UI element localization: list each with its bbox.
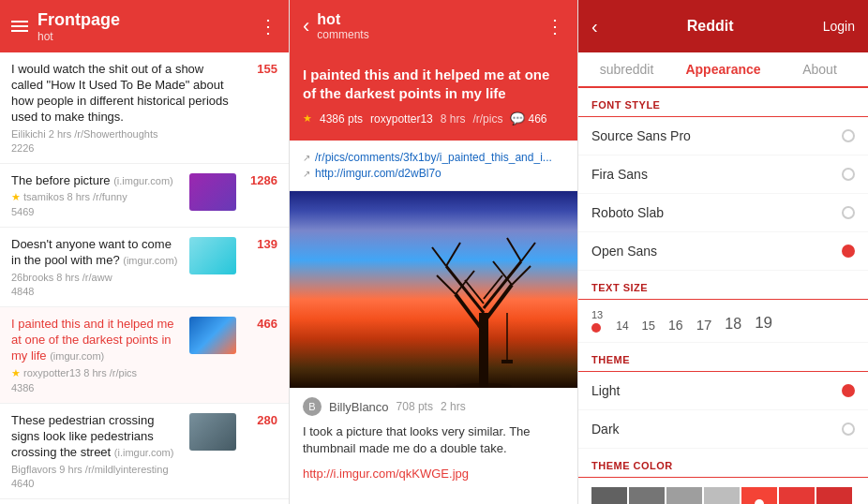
text-size-15[interactable]: 15 [642,319,655,333]
list-item-content: I would watch the shit out of a show cal… [11,62,236,154]
text-size-numbers: 13 14 15 16 17 18 19 [591,309,855,333]
svg-line-12 [507,238,521,261]
comment-author-name: BillyBlanco [329,400,389,414]
color-swatch-0[interactable] [591,487,627,504]
list-item-score: 1286 [244,173,277,187]
mid-header-title: hot [317,11,546,28]
color-swatch-4[interactable] [741,487,777,504]
list-item-content: These pedestrian crossing signs look lik… [11,413,182,489]
theme-dark-label: Dark [591,422,620,437]
mid-links: ↗ /r/pics/comments/3fx1by/i_painted_this… [290,141,577,191]
external-link-icon: ↗ [303,169,310,179]
list-item-meta: Bigflavors 9 hrs /r/mildlyinteresting [11,464,182,475]
svg-line-5 [437,275,456,294]
list-item-meta: ★ tsamikos 8 hrs /r/funny [11,191,182,203]
comment-bubble-icon: 💬 [510,111,525,126]
font-option-3[interactable]: Open Sans [578,232,868,271]
theme-option-light[interactable]: Light [578,372,868,410]
list-item-score: 155 [244,62,277,76]
svg-line-9 [432,247,446,266]
list-item-score2: 4848 [11,286,182,297]
list-item[interactable]: [NSFW] The Witcher 3 Boob Physics (gfyca… [0,499,289,504]
text-size-18[interactable]: 18 [725,316,741,333]
font-radio-0[interactable] [842,129,855,142]
svg-line-4 [484,261,521,308]
list-item-score2: 2226 [11,142,236,154]
font-radio-3[interactable] [842,245,855,258]
tab-subreddit[interactable]: subreddit [578,52,675,86]
text-size-16[interactable]: 16 [668,318,683,333]
mid-link-1[interactable]: ↗ /r/pics/comments/3fx1by/i_painted_this… [303,151,564,164]
list-item-meta: Eilikichi 2 hrs /r/Showerthoughts [11,128,236,140]
text-size-19[interactable]: 19 [755,314,772,333]
list-item-score2: 5469 [11,206,182,217]
list-item-meta: 26brooks 8 hrs /r/aww [11,272,182,283]
color-grid [578,478,868,504]
back-button[interactable]: ‹ [303,14,309,38]
mid-post-sub: /r/pics [472,112,502,126]
font-option-1-label: Fira Sans [591,167,648,182]
list-item-score: 466 [244,317,277,331]
font-option-2[interactable]: Roboto Slab [578,194,868,232]
list-item-score: 139 [244,237,277,251]
tree-silhouette-svg [427,219,540,388]
text-size-13[interactable]: 13 [591,309,603,333]
svg-rect-0 [479,313,488,388]
list-item-meta: ★ roxypotter13 8 hrs /r/pics [11,367,182,379]
mid-post-header: I painted this and it helped me at one o… [290,52,577,141]
swing-detail [498,313,516,369]
left-header-title-wrap: Frontpage hot [37,10,120,43]
mid-header: ‹ hot comments ⋮ [290,0,577,52]
color-swatch-1[interactable] [629,487,665,504]
theme-option-dark[interactable]: Dark [578,410,868,449]
color-swatch-6[interactable] [816,487,852,504]
comment-link[interactable]: http://i.imgur.com/qkKWGE.jpg [303,467,469,481]
font-radio-2[interactable] [842,206,855,219]
color-swatch-2[interactable] [666,487,702,504]
theme-radio-light[interactable] [842,384,855,397]
text-size-selected-dot [591,323,601,333]
list-item[interactable]: I would watch the shit out of a show cal… [0,52,289,164]
text-size-14[interactable]: 14 [616,319,628,333]
list-item[interactable]: I painted this and it helped me at one o… [0,307,289,404]
theme-color-label: THEME COLOR [578,449,868,478]
mid-more-icon[interactable]: ⋮ [546,15,564,37]
list-item-thumb [189,317,236,354]
theme-radio-dark[interactable] [842,422,855,436]
font-option-1[interactable]: Fira Sans [578,156,868,194]
comment-text: I took a picture that looks very similar… [303,423,564,457]
mid-link-2-text: http://imgur.com/d2wBl7o [315,167,441,180]
list-item-thumb [189,413,236,451]
hamburger-icon[interactable] [11,21,28,32]
font-option-3-label: Open Sans [591,244,657,259]
tab-appearance[interactable]: Appearance [675,52,771,86]
list-item[interactable]: Doesn't anyone want to come in the pool … [0,228,289,307]
color-swatch-5[interactable] [779,487,815,504]
font-option-0-label: Source Sans Pro [591,128,691,143]
text-size-13-num[interactable]: 13 [591,309,603,320]
font-option-0[interactable]: Source Sans Pro [578,117,868,156]
left-more-icon[interactable]: ⋮ [259,15,277,37]
list-item[interactable]: These pedestrian crossing signs look lik… [0,404,289,499]
mid-link-2[interactable]: ↗ http://imgur.com/d2wBl7o [303,167,564,180]
comment-time: 2 hrs [441,400,466,413]
mid-post-time: 8 hrs [441,112,466,126]
list-item[interactable]: The before picture (i.imgur.com) ★ tsami… [0,164,289,229]
svg-rect-17 [501,360,513,363]
login-button[interactable]: Login [823,19,855,34]
mid-post-user: roxypotter13 [370,112,433,126]
text-size-17[interactable]: 17 [696,317,712,333]
list-item-title: I painted this and it helped me at one o… [11,317,182,364]
right-panel: ‹ Reddit Login subreddit Appearance Abou… [577,0,868,504]
svg-line-11 [521,243,535,261]
font-radio-1[interactable] [842,168,855,181]
tab-about[interactable]: About [771,52,868,86]
mid-post-title: I painted this and it helped me at one o… [303,66,564,102]
color-swatch-3[interactable] [704,487,740,504]
right-back-button[interactable]: ‹ [591,16,598,37]
mid-header-title-wrap: hot comments [317,11,546,41]
list-item-score2: 4640 [11,478,182,489]
right-header: ‹ Reddit Login [578,0,868,52]
text-size-section: 13 14 15 16 17 18 19 [578,300,868,343]
comment-author-row: B BillyBlanco 708 pts 2 hrs [303,397,564,416]
